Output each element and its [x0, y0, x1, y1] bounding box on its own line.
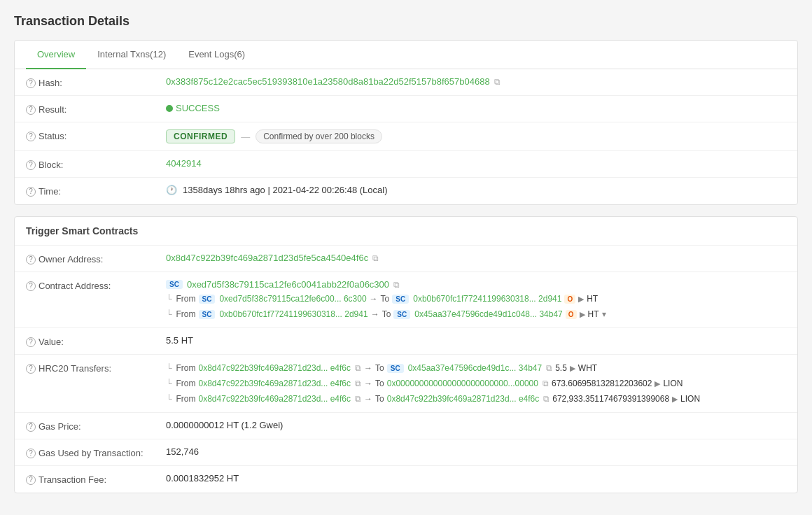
hash-label: ? Hash:	[26, 76, 166, 88]
time-row: ? Time: 🕐 1358days 18hrs ago | 2021-04-2…	[15, 178, 797, 204]
transaction-card: Overview Internal Txns(12) Event Logs(6)…	[14, 40, 798, 205]
contract-copy-icon[interactable]: ⧉	[393, 280, 400, 290]
o-badge-2: O	[566, 310, 577, 319]
transaction-fee-value: 0.0001832952 HT	[166, 473, 786, 484]
hrc20-arrow-2: →	[364, 379, 372, 388]
status-label: ? Status:	[26, 129, 166, 141]
hrc20-to-2[interactable]: 0x000000000000000000000000...00000	[387, 379, 538, 388]
confirmed-text: Confirmed by over 200 blocks	[255, 129, 382, 143]
transaction-fee-help-icon[interactable]: ?	[26, 475, 36, 485]
hrc20-transfers-row: ? HRC20 Transfers: └ From 0x8d47c922b39f…	[15, 355, 797, 413]
owner-copy-icon[interactable]: ⧉	[372, 253, 379, 263]
contract-help-icon[interactable]: ?	[26, 281, 36, 291]
hash-copy-icon[interactable]: ⧉	[494, 77, 500, 87]
result-label: ? Result:	[26, 103, 166, 115]
hrc20-from-copy-2[interactable]: ⧉	[355, 379, 361, 388]
hrc20-arrow-3: →	[364, 394, 372, 404]
from-addr-1[interactable]: 0xed7d5f38c79115ca12fe6c00... 6c300	[219, 294, 366, 304]
contract-address-label: ? Contract Address:	[26, 279, 166, 291]
tab-event-logs[interactable]: Event Logs(6)	[177, 41, 256, 69]
hash-row: ? Hash: 0x383f875c12e2cac5ec519393810e1a…	[15, 69, 797, 96]
transaction-fee-row: ? Transaction Fee: 0.0001832952 HT	[15, 466, 797, 493]
hrc20-amount-1: 5.5	[555, 363, 567, 373]
from-sc-badge-2: SC	[199, 310, 216, 319]
block-row: ? Block: 4042914	[15, 151, 797, 178]
status-row: ? Status: CONFIRMED — Confirmed by over …	[15, 122, 797, 151]
hash-link[interactable]: 0x383f875c12e2cac5ec519393810e1a23580d8a…	[166, 76, 490, 87]
hrc20-from-3[interactable]: 0x8d47c922b39fc469a2871d23d... e4f6c	[199, 394, 351, 404]
tab-internal-txns[interactable]: Internal Txns(12)	[86, 41, 177, 69]
transaction-fee-label: ? Transaction Fee:	[26, 473, 166, 485]
tab-overview[interactable]: Overview	[26, 41, 86, 69]
contract-address-value: SC 0xed7d5f38c79115ca12fe6c0041abb22f0a0…	[166, 279, 786, 320]
hrc20-arrow-1: →	[364, 363, 372, 373]
clock-icon: 🕐	[166, 185, 177, 195]
to-sc-badge-2: SC	[393, 310, 410, 319]
gas-used-value: 152,746	[166, 446, 786, 457]
value-value: 5.5 HT	[166, 335, 786, 346]
hrc20-from-2[interactable]: 0x8d47c922b39fc469a2871d23d... e4f6c	[199, 379, 351, 388]
to-addr-2[interactable]: 0x45aa37e47596cde49d1c048... 34b47	[414, 309, 563, 319]
contract-address-link[interactable]: 0xed7d5f38c79115ca12fe6c0041abb22f0a06c3…	[187, 279, 389, 290]
hrc20-token-1: WHT	[578, 363, 597, 373]
hrc20-to-copy-1[interactable]: ⧉	[546, 363, 552, 373]
smart-contract-card: Trigger Smart Contracts ? Owner Address:…	[14, 216, 798, 493]
block-value: 4042914	[166, 158, 786, 169]
hrc20-to-3[interactable]: 0x8d47c922b39fc469a2871d23d... e4f6c	[387, 394, 540, 404]
owner-address-label: ? Owner Address:	[26, 253, 166, 264]
hrc20-token-3: LION	[680, 394, 700, 404]
result-help-icon[interactable]: ?	[26, 105, 36, 115]
section-title: Trigger Smart Contracts	[15, 217, 797, 246]
hrc20-to-copy-3[interactable]: ⧉	[543, 394, 550, 404]
to-sc-badge-1: SC	[392, 295, 409, 304]
arrow-icon-1: →	[370, 294, 378, 304]
time-label: ? Time:	[26, 185, 166, 197]
owner-address-row: ? Owner Address: 0x8d47c922b39fc469a2871…	[15, 246, 797, 272]
value-help-icon[interactable]: ?	[26, 337, 36, 347]
time-help-icon[interactable]: ?	[26, 187, 36, 197]
success-dot	[166, 105, 173, 112]
gas-price-help-icon[interactable]: ?	[26, 422, 36, 432]
hash-help-icon[interactable]: ?	[26, 78, 36, 88]
gas-used-row: ? Gas Used by Transaction: 152,746	[15, 439, 797, 466]
hrc20-label: ? HRC20 Transfers:	[26, 362, 166, 374]
block-help-icon[interactable]: ?	[26, 160, 36, 170]
confirmed-badge: CONFIRMED	[166, 129, 235, 143]
result-row: ? Result: SUCCESS	[15, 96, 797, 122]
gas-price-value: 0.0000000012 HT (1.2 Gwei)	[166, 420, 786, 430]
value-row: ? Value: 5.5 HT	[15, 328, 797, 355]
gas-used-help-icon[interactable]: ?	[26, 449, 36, 458]
from-sc-badge-1: SC	[199, 295, 216, 304]
hrc20-amount-3: 672,933.351174679391399068	[552, 394, 669, 404]
contract-sc-badge: SC	[166, 280, 183, 289]
result-value: SUCCESS	[166, 103, 786, 113]
owner-address-value: 0x8d47c922b39fc469a2871d23d5fe5ca4540e4f…	[166, 253, 786, 263]
tabs: Overview Internal Txns(12) Event Logs(6)	[15, 41, 797, 69]
to-addr-1[interactable]: 0xb0b670fc1f77241199630318... 2d941	[413, 294, 561, 304]
from-addr-2[interactable]: 0xb0b670fc1f77241199630318... 2d941	[219, 309, 368, 319]
dropdown-arrow[interactable]: ▾	[602, 309, 606, 319]
arrow-icon-2: →	[371, 309, 379, 319]
success-badge: SUCCESS	[166, 103, 220, 113]
contract-transfer-1: └ From SC 0xed7d5f38c79115ca12fe6c00... …	[166, 292, 786, 305]
owner-address-link[interactable]: 0x8d47c922b39fc469a2871d23d5fe5ca4540e4f…	[166, 253, 368, 263]
hrc20-help-icon[interactable]: ?	[26, 364, 36, 374]
hrc20-to-copy-2[interactable]: ⧉	[542, 379, 549, 388]
hrc20-from-copy-1[interactable]: ⧉	[355, 363, 361, 373]
hrc20-from-copy-3[interactable]: ⧉	[355, 394, 361, 404]
block-link[interactable]: 4042914	[166, 158, 202, 169]
value-label: ? Value:	[26, 335, 166, 347]
hrc20-from-1[interactable]: 0x8d47c922b39fc469a2871d23d... e4f6c	[199, 363, 351, 373]
hrc20-to-1[interactable]: 0x45aa37e47596cde49d1c... 34b47	[408, 363, 542, 373]
page-title: Transaction Details	[14, 14, 798, 29]
hrc20-value: └ From 0x8d47c922b39fc469a2871d23d... e4…	[166, 362, 786, 405]
status-help-icon[interactable]: ?	[26, 132, 36, 141]
owner-help-icon[interactable]: ?	[26, 255, 36, 264]
status-value: CONFIRMED — Confirmed by over 200 blocks	[166, 129, 786, 143]
hrc20-transfer-1: └ From 0x8d47c922b39fc469a2871d23d... e4…	[166, 362, 786, 374]
hrc20-to-sc-1: SC	[387, 364, 404, 373]
o-badge-1: O	[564, 295, 575, 304]
token-2: HT	[588, 309, 599, 319]
gas-price-row: ? Gas Price: 0.0000000012 HT (1.2 Gwei)	[15, 413, 797, 439]
hash-value: 0x383f875c12e2cac5ec519393810e1a23580d8a…	[166, 76, 786, 87]
